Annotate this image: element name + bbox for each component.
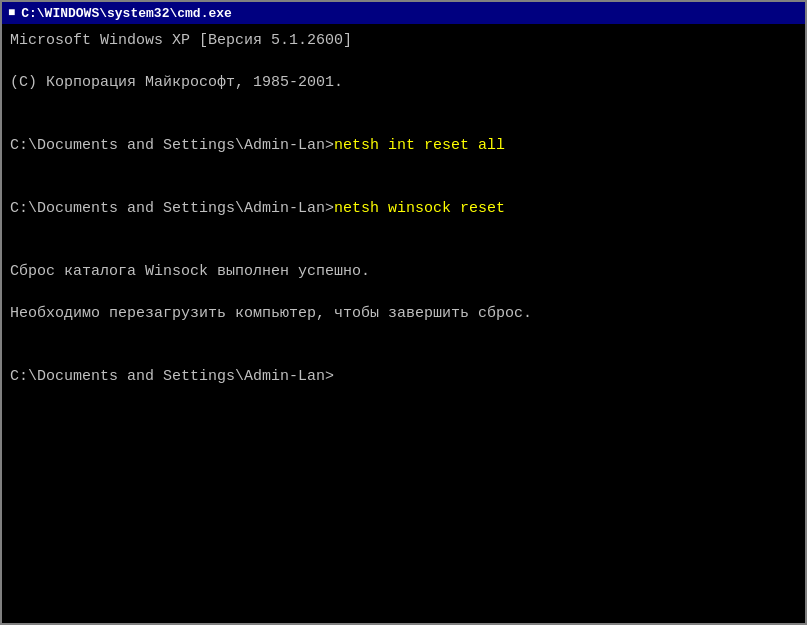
command-text: netsh int reset all xyxy=(334,137,505,154)
prompt-text: C:\Documents and Settings\Admin-Lan> xyxy=(10,137,334,154)
terminal-body[interactable]: Microsoft Windows XP [Версия 5.1.2600](С… xyxy=(2,24,805,623)
prompt-cursor: C:\Documents and Settings\Admin-Lan> xyxy=(10,368,334,385)
prompt-text: C:\Documents and Settings\Admin-Lan> xyxy=(10,200,334,217)
command-text: netsh winsock reset xyxy=(334,200,505,217)
cmd-icon: ■ xyxy=(8,6,15,20)
title-bar: ■ C:\WINDOWS\system32\cmd.exe xyxy=(2,2,805,24)
cmd-window: ■ C:\WINDOWS\system32\cmd.exe Microsoft … xyxy=(0,0,807,625)
title-bar-text: C:\WINDOWS\system32\cmd.exe xyxy=(21,6,232,21)
